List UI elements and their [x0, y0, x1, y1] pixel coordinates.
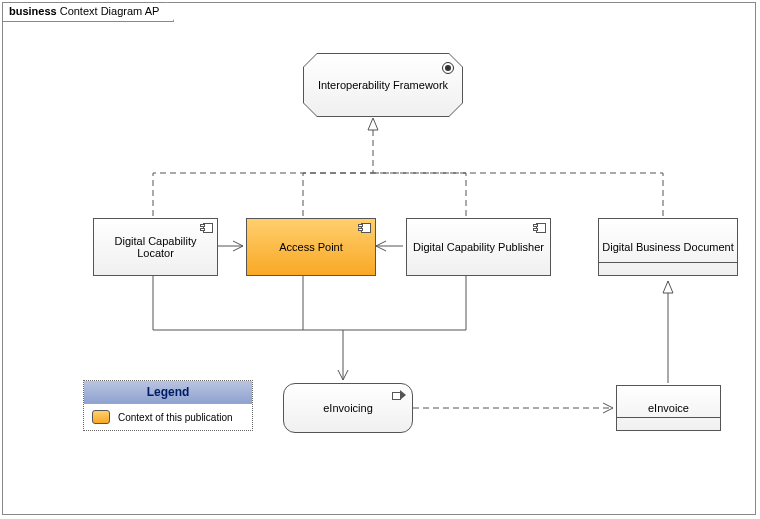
- legend-row: Context of this publication: [84, 404, 252, 430]
- diagram-frame: businessContext Diagram AP: [2, 2, 756, 515]
- node-label: Digital Capability Locator: [98, 235, 213, 259]
- node-interoperability-framework: Interoperability Framework: [303, 53, 463, 117]
- legend-swatch-context: [92, 410, 110, 424]
- node-label: Digital Capability Publisher: [413, 241, 544, 253]
- node-label: eInvoice: [648, 402, 689, 414]
- component-icon: [359, 223, 371, 233]
- legend-item-label: Context of this publication: [118, 412, 233, 423]
- process-icon: [392, 390, 406, 400]
- component-icon: [201, 223, 213, 233]
- frame-title: businessContext Diagram AP: [2, 2, 174, 22]
- node-einvoice: eInvoice: [616, 385, 721, 431]
- node-label: Access Point: [279, 241, 343, 253]
- node-digital-capability-locator: Digital Capability Locator: [93, 218, 218, 276]
- node-einvoicing: eInvoicing: [283, 383, 413, 433]
- node-digital-business-document: Digital Business Document: [598, 218, 738, 276]
- node-digital-capability-publisher: Digital Capability Publisher: [406, 218, 551, 276]
- node-label: eInvoicing: [323, 402, 373, 414]
- product-icon: [442, 62, 454, 74]
- node-label: Digital Business Document: [602, 241, 733, 253]
- legend-title: Legend: [84, 381, 252, 404]
- node-access-point: Access Point: [246, 218, 376, 276]
- component-icon: [534, 223, 546, 233]
- node-label: Interoperability Framework: [318, 79, 448, 91]
- legend: Legend Context of this publication: [83, 380, 253, 431]
